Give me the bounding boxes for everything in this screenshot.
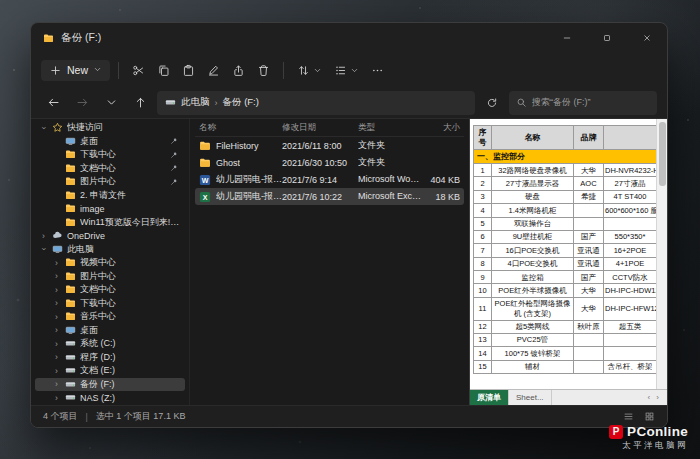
scrollbar-thumb[interactable]	[659, 122, 666, 186]
sidebar-item[interactable]: ›程序 (D:)	[35, 351, 185, 365]
forward-button[interactable]	[70, 91, 94, 115]
excel-icon: X	[199, 191, 211, 203]
copy-button[interactable]	[152, 57, 175, 83]
sidebar-item-label: 桌面	[80, 135, 98, 148]
new-button[interactable]: New	[41, 60, 110, 81]
item-brand	[574, 217, 604, 230]
sidebar-item[interactable]: image	[35, 202, 185, 216]
sidebar-item[interactable]: ›文档 (E:)	[35, 364, 185, 378]
sidebar-item[interactable]: 2. 申请文件	[35, 189, 185, 203]
search-input[interactable]: 搜索“备份 (F:)”	[509, 91, 657, 115]
details-view-icon[interactable]	[623, 411, 634, 422]
explorer-body: ›快捷访问桌面下载中心文档中心图片中心2. 申请文件imageWin11预览版今…	[31, 119, 667, 405]
sidebar-item[interactable]: ›快捷访问	[35, 121, 185, 135]
chevron-right-icon[interactable]: ›	[52, 285, 61, 295]
file-name-cell: W幼儿园弱电-报价2	[195, 173, 282, 186]
preview-row: 11POE红外枪型网络摄像机 (含支架)大华DH-IPC-HFW1230M	[474, 297, 657, 320]
column-header[interactable]: 名称	[195, 122, 282, 134]
folder-icon	[65, 163, 76, 174]
sheet-nav-arrows[interactable]: ‹ ›	[641, 390, 667, 405]
sidebar-item[interactable]: ›系统 (C:)	[35, 337, 185, 351]
column-header[interactable]: 类型	[358, 122, 422, 134]
item-brand: 大华	[574, 297, 604, 320]
more-button[interactable]	[366, 57, 389, 83]
sidebar-item[interactable]: ›音乐中心	[35, 310, 185, 324]
breadcrumb-item[interactable]: 此电脑	[181, 96, 210, 109]
sidebar-item[interactable]: 桌面	[35, 135, 185, 149]
maximize-button[interactable]	[587, 23, 627, 53]
sidebar-item-label: 视频中心	[80, 256, 116, 269]
sidebar-item[interactable]: ›文档中心	[35, 283, 185, 297]
sidebar-item[interactable]: 图片中心	[35, 175, 185, 189]
chevron-right-icon[interactable]: ›	[52, 339, 61, 349]
preview-row: 10POE红外半球摄像机大华DH-IPC-HDW1230C	[474, 284, 657, 297]
sidebar-item-label: 桌面	[80, 324, 98, 337]
file-row[interactable]: FileHistory2021/6/11 8:00文件夹	[195, 137, 464, 154]
back-button[interactable]	[41, 91, 65, 115]
file-row[interactable]: W幼儿园弱电-报价22021/7/6 9:14Microsoft Word 文档…	[195, 171, 464, 188]
column-header[interactable]: 修改日期	[282, 122, 358, 134]
drive-icon	[65, 379, 76, 390]
titlebar[interactable]: 备份 (F:)	[31, 23, 667, 53]
rename-button[interactable]	[202, 57, 225, 83]
sidebar-item[interactable]: ›OneDrive	[35, 229, 185, 243]
chevron-right-icon[interactable]: ›	[52, 393, 61, 403]
paste-button[interactable]	[177, 57, 200, 83]
up-button[interactable]	[128, 91, 152, 115]
chevron-down-icon[interactable]: ›	[39, 245, 49, 254]
item-brand	[574, 333, 604, 346]
sidebar-item[interactable]: 文档中心	[35, 162, 185, 176]
sheet-tab[interactable]: Sheet...	[509, 390, 552, 405]
minimize-button[interactable]	[547, 23, 587, 53]
sidebar-item[interactable]: ›图片中心	[35, 270, 185, 284]
thumbnail-view-icon[interactable]	[644, 411, 655, 422]
spreadsheet-preview: 序号名称品牌一、监控部分132路网络硬盘录像机大华DH-NVR4232-HD22…	[470, 119, 656, 389]
scissors-icon	[132, 64, 145, 77]
sheet-tab-active[interactable]: 原清单	[470, 390, 509, 405]
recent-locations-button[interactable]	[99, 91, 123, 115]
item-name: 1.4米网络机柜	[492, 204, 574, 217]
chevron-right-icon[interactable]: ›	[52, 366, 61, 376]
chevron-right-icon[interactable]: ›	[39, 231, 48, 241]
sidebar-item[interactable]: ›NAS (Z:)	[35, 391, 185, 405]
chevron-right-icon[interactable]: ›	[52, 325, 61, 335]
item-spec: CCTV防水	[604, 271, 657, 284]
share-button[interactable]	[227, 57, 250, 83]
view-button[interactable]	[329, 57, 364, 83]
sidebar-item[interactable]: Win11预览版今日到来! 36张大图	[35, 216, 185, 230]
breadcrumb-item[interactable]: 备份 (F:)	[223, 96, 259, 109]
chevron-right-icon[interactable]: ›	[52, 379, 61, 389]
item-brand: 国产	[574, 271, 604, 284]
file-row[interactable]: X幼儿园弱电-报价12021/7/6 10:22Microsoft Excel …	[195, 188, 464, 205]
delete-button[interactable]	[252, 57, 275, 83]
folder-icon	[199, 140, 211, 152]
sidebar-item[interactable]: 下载中心	[35, 148, 185, 162]
cut-button[interactable]	[127, 57, 150, 83]
address-breadcrumb-bar[interactable]: 此电脑›备份 (F:)	[157, 91, 475, 115]
chevron-right-icon[interactable]: ›	[52, 258, 61, 268]
file-row[interactable]: Ghost2021/6/30 10:50文件夹	[195, 154, 464, 171]
item-brand: 亚讯通	[574, 257, 604, 270]
sidebar-item[interactable]: ›桌面	[35, 324, 185, 338]
chevron-right-icon[interactable]: ›	[52, 271, 61, 281]
item-spec: DH-IPC-HFW1230M	[604, 297, 657, 320]
sidebar-item[interactable]: ›备份 (F:)	[35, 378, 185, 392]
sort-button[interactable]	[292, 57, 327, 83]
sidebar-item[interactable]: ›下载中心	[35, 297, 185, 311]
chevron-down-icon[interactable]: ›	[39, 123, 49, 132]
column-header[interactable]: 大小	[422, 122, 464, 134]
refresh-button[interactable]	[480, 91, 504, 115]
chevron-right-icon[interactable]: ›	[52, 298, 61, 308]
sort-icon	[297, 64, 310, 77]
close-button[interactable]	[627, 23, 667, 53]
preview-scrollbar[interactable]	[656, 119, 667, 389]
folder-icon	[65, 217, 76, 228]
svg-text:W: W	[202, 176, 209, 184]
item-name: 辅材	[492, 360, 574, 373]
sidebar-item[interactable]: ›此电脑	[35, 243, 185, 257]
chevron-right-icon[interactable]: ›	[52, 352, 61, 362]
copy-icon	[157, 64, 170, 77]
chevron-right-icon[interactable]: ›	[52, 312, 61, 322]
folder-icon	[65, 190, 76, 201]
sidebar-item[interactable]: ›视频中心	[35, 256, 185, 270]
